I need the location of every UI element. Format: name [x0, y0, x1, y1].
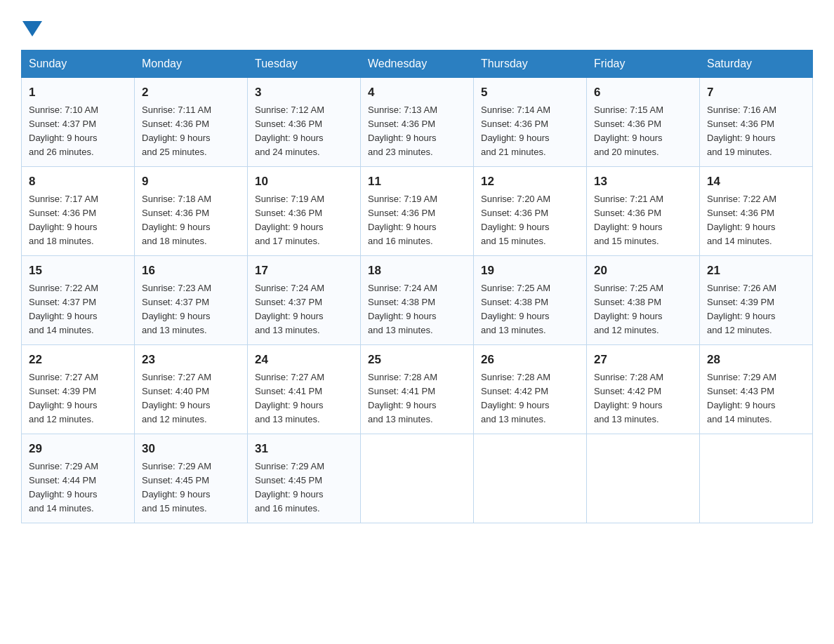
day-info: Sunrise: 7:15 AMSunset: 4:36 PMDaylight:…: [594, 103, 692, 160]
day-number: 28: [707, 351, 805, 369]
day-info: Sunrise: 7:11 AMSunset: 4:36 PMDaylight:…: [142, 103, 240, 160]
calendar-week-row: 8Sunrise: 7:17 AMSunset: 4:36 PMDaylight…: [22, 167, 813, 256]
day-number: 8: [29, 173, 127, 191]
day-number: 30: [142, 440, 240, 458]
day-number: 18: [368, 262, 466, 280]
table-row: 9Sunrise: 7:18 AMSunset: 4:36 PMDaylight…: [135, 167, 248, 256]
calendar-week-row: 29Sunrise: 7:29 AMSunset: 4:44 PMDayligh…: [22, 434, 813, 523]
day-info: Sunrise: 7:28 AMSunset: 4:42 PMDaylight:…: [481, 370, 579, 427]
table-row: 4Sunrise: 7:13 AMSunset: 4:36 PMDaylight…: [361, 78, 474, 167]
day-number: 12: [481, 173, 579, 191]
table-row: 23Sunrise: 7:27 AMSunset: 4:40 PMDayligh…: [135, 345, 248, 434]
table-row: 10Sunrise: 7:19 AMSunset: 4:36 PMDayligh…: [248, 167, 361, 256]
table-row: 2Sunrise: 7:11 AMSunset: 4:36 PMDaylight…: [135, 78, 248, 167]
day-info: Sunrise: 7:29 AMSunset: 4:45 PMDaylight:…: [255, 459, 353, 516]
col-friday: Friday: [587, 51, 700, 78]
day-number: 11: [368, 173, 466, 191]
day-info: Sunrise: 7:24 AMSunset: 4:38 PMDaylight:…: [368, 281, 466, 338]
table-row: 27Sunrise: 7:28 AMSunset: 4:42 PMDayligh…: [587, 345, 700, 434]
table-row: 19Sunrise: 7:25 AMSunset: 4:38 PMDayligh…: [474, 256, 587, 345]
day-info: Sunrise: 7:10 AMSunset: 4:37 PMDaylight:…: [29, 103, 127, 160]
day-number: 7: [707, 83, 805, 102]
table-row: 7Sunrise: 7:16 AMSunset: 4:36 PMDaylight…: [700, 78, 813, 167]
calendar-week-row: 15Sunrise: 7:22 AMSunset: 4:37 PMDayligh…: [22, 256, 813, 345]
table-row: 14Sunrise: 7:22 AMSunset: 4:36 PMDayligh…: [700, 167, 813, 256]
day-number: 23: [142, 351, 240, 369]
table-row: 16Sunrise: 7:23 AMSunset: 4:37 PMDayligh…: [135, 256, 248, 345]
day-info: Sunrise: 7:21 AMSunset: 4:36 PMDaylight:…: [594, 192, 692, 249]
table-row: 15Sunrise: 7:22 AMSunset: 4:37 PMDayligh…: [22, 256, 135, 345]
table-row: 18Sunrise: 7:24 AMSunset: 4:38 PMDayligh…: [361, 256, 474, 345]
page-header: [21, 14, 813, 37]
day-number: 9: [142, 173, 240, 191]
calendar-week-row: 1Sunrise: 7:10 AMSunset: 4:37 PMDaylight…: [22, 78, 813, 167]
day-info: Sunrise: 7:14 AMSunset: 4:36 PMDaylight:…: [481, 103, 579, 160]
day-info: Sunrise: 7:22 AMSunset: 4:37 PMDaylight:…: [29, 281, 127, 338]
day-number: 26: [481, 351, 579, 369]
calendar-table: Sunday Monday Tuesday Wednesday Thursday…: [21, 50, 813, 523]
col-saturday: Saturday: [700, 51, 813, 78]
day-info: Sunrise: 7:12 AMSunset: 4:36 PMDaylight:…: [255, 103, 353, 160]
day-info: Sunrise: 7:29 AMSunset: 4:45 PMDaylight:…: [142, 459, 240, 516]
day-number: 1: [29, 83, 127, 102]
day-number: 15: [29, 262, 127, 280]
col-wednesday: Wednesday: [361, 51, 474, 78]
day-info: Sunrise: 7:16 AMSunset: 4:36 PMDaylight:…: [707, 103, 805, 160]
table-row: 22Sunrise: 7:27 AMSunset: 4:39 PMDayligh…: [22, 345, 135, 434]
day-number: 24: [255, 351, 353, 369]
day-number: 27: [594, 351, 692, 369]
day-number: 4: [368, 83, 466, 102]
col-sunday: Sunday: [22, 51, 135, 78]
day-info: Sunrise: 7:24 AMSunset: 4:37 PMDaylight:…: [255, 281, 353, 338]
day-info: Sunrise: 7:17 AMSunset: 4:36 PMDaylight:…: [29, 192, 127, 249]
day-info: Sunrise: 7:29 AMSunset: 4:43 PMDaylight:…: [707, 370, 805, 427]
table-row: 21Sunrise: 7:26 AMSunset: 4:39 PMDayligh…: [700, 256, 813, 345]
day-number: 20: [594, 262, 692, 280]
day-info: Sunrise: 7:22 AMSunset: 4:36 PMDaylight:…: [707, 192, 805, 249]
day-number: 29: [29, 440, 127, 458]
day-info: Sunrise: 7:25 AMSunset: 4:38 PMDaylight:…: [481, 281, 579, 338]
table-row: 29Sunrise: 7:29 AMSunset: 4:44 PMDayligh…: [22, 434, 135, 523]
logo-triangle-icon: [22, 21, 42, 36]
col-monday: Monday: [135, 51, 248, 78]
table-row: 28Sunrise: 7:29 AMSunset: 4:43 PMDayligh…: [700, 345, 813, 434]
day-number: 6: [594, 83, 692, 102]
table-row: 25Sunrise: 7:28 AMSunset: 4:41 PMDayligh…: [361, 345, 474, 434]
table-row: 20Sunrise: 7:25 AMSunset: 4:38 PMDayligh…: [587, 256, 700, 345]
day-info: Sunrise: 7:26 AMSunset: 4:39 PMDaylight:…: [707, 281, 805, 338]
table-row: 8Sunrise: 7:17 AMSunset: 4:36 PMDaylight…: [22, 167, 135, 256]
col-thursday: Thursday: [474, 51, 587, 78]
day-info: Sunrise: 7:27 AMSunset: 4:41 PMDaylight:…: [255, 370, 353, 427]
table-row: 31Sunrise: 7:29 AMSunset: 4:45 PMDayligh…: [248, 434, 361, 523]
day-number: 31: [255, 440, 353, 458]
day-info: Sunrise: 7:25 AMSunset: 4:38 PMDaylight:…: [594, 281, 692, 338]
day-number: 17: [255, 262, 353, 280]
day-info: Sunrise: 7:28 AMSunset: 4:41 PMDaylight:…: [368, 370, 466, 427]
day-number: 14: [707, 173, 805, 191]
table-row: 26Sunrise: 7:28 AMSunset: 4:42 PMDayligh…: [474, 345, 587, 434]
day-info: Sunrise: 7:27 AMSunset: 4:40 PMDaylight:…: [142, 370, 240, 427]
day-info: Sunrise: 7:19 AMSunset: 4:36 PMDaylight:…: [368, 192, 466, 249]
day-number: 13: [594, 173, 692, 191]
table-row: 6Sunrise: 7:15 AMSunset: 4:36 PMDaylight…: [587, 78, 700, 167]
day-number: 16: [142, 262, 240, 280]
table-row: [361, 434, 474, 523]
day-info: Sunrise: 7:23 AMSunset: 4:37 PMDaylight:…: [142, 281, 240, 338]
table-row: 12Sunrise: 7:20 AMSunset: 4:36 PMDayligh…: [474, 167, 587, 256]
table-row: 1Sunrise: 7:10 AMSunset: 4:37 PMDaylight…: [22, 78, 135, 167]
day-number: 5: [481, 83, 579, 102]
logo: [21, 14, 42, 37]
day-info: Sunrise: 7:29 AMSunset: 4:44 PMDaylight:…: [29, 459, 127, 516]
day-number: 10: [255, 173, 353, 191]
table-row: 3Sunrise: 7:12 AMSunset: 4:36 PMDaylight…: [248, 78, 361, 167]
day-info: Sunrise: 7:19 AMSunset: 4:36 PMDaylight:…: [255, 192, 353, 249]
table-row: [587, 434, 700, 523]
day-number: 21: [707, 262, 805, 280]
table-row: 30Sunrise: 7:29 AMSunset: 4:45 PMDayligh…: [135, 434, 248, 523]
day-info: Sunrise: 7:27 AMSunset: 4:39 PMDaylight:…: [29, 370, 127, 427]
table-row: 13Sunrise: 7:21 AMSunset: 4:36 PMDayligh…: [587, 167, 700, 256]
day-number: 22: [29, 351, 127, 369]
calendar-week-row: 22Sunrise: 7:27 AMSunset: 4:39 PMDayligh…: [22, 345, 813, 434]
calendar-header-row: Sunday Monday Tuesday Wednesday Thursday…: [22, 51, 813, 78]
day-info: Sunrise: 7:13 AMSunset: 4:36 PMDaylight:…: [368, 103, 466, 160]
